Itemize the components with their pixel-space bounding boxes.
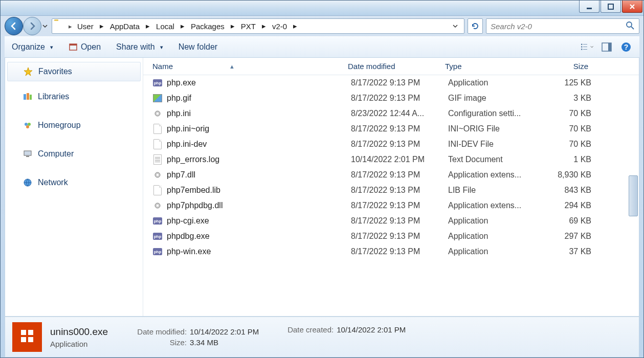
forward-arrow-icon xyxy=(28,21,37,31)
file-type-icon xyxy=(152,124,163,134)
svg-text:?: ? xyxy=(624,43,629,51)
file-row[interactable]: php7.dll8/17/2022 9:13 PMApplication ext… xyxy=(143,167,639,183)
file-row[interactable]: php.gif8/17/2022 9:13 PMGIF image3 KB xyxy=(143,91,639,106)
file-type: Application extens... xyxy=(448,201,540,210)
new-folder-button[interactable]: New folder xyxy=(179,42,217,52)
svg-point-2 xyxy=(627,22,632,27)
file-type-icon xyxy=(152,185,163,195)
file-name: php-win.exe xyxy=(167,247,351,256)
breadcrumb-segment[interactable]: Packages xyxy=(188,22,228,31)
file-row[interactable]: php7embed.lib8/17/2022 9:13 PMLIB File84… xyxy=(143,183,639,198)
svg-rect-15 xyxy=(24,94,26,100)
sidebar-label: Libraries xyxy=(38,92,69,101)
scrollbar-thumb[interactable] xyxy=(629,175,638,216)
svg-rect-5 xyxy=(581,44,582,45)
back-arrow-icon xyxy=(9,21,18,31)
details-filetype: Application xyxy=(50,340,108,348)
file-row[interactable]: phpphp-win.exe8/17/2022 9:13 PMApplicati… xyxy=(143,244,639,259)
file-row[interactable]: phpphpdbg.exe8/17/2022 9:13 PMApplicatio… xyxy=(143,229,639,244)
details-app-icon xyxy=(12,322,42,352)
file-type-icon xyxy=(152,108,163,119)
address-dropdown[interactable] xyxy=(449,22,462,30)
file-size: 69 KB xyxy=(540,216,596,226)
open-label: Open xyxy=(81,42,101,52)
history-dropdown[interactable] xyxy=(41,17,49,35)
details-main: unins000.exe Application xyxy=(50,326,108,348)
file-list[interactable]: phpphp.exe8/17/2022 9:13 PMApplication12… xyxy=(143,75,639,316)
breadcrumb-sep-icon[interactable]: ▸ xyxy=(66,23,74,30)
close-icon xyxy=(629,3,636,10)
file-row[interactable]: php.ini~orig8/17/2022 9:13 PMINI~ORIG Fi… xyxy=(143,121,639,137)
column-headers: Name▲ Date modified Type Size xyxy=(143,58,639,75)
chevron-down-icon xyxy=(590,45,593,49)
file-size: 125 KB xyxy=(540,78,596,87)
sidebar-item-homegroup[interactable]: Homegroup xyxy=(7,116,141,135)
sidebar-item-libraries[interactable]: Libraries xyxy=(7,87,141,106)
view-menu[interactable] xyxy=(581,41,593,53)
svg-point-25 xyxy=(157,113,159,115)
breadcrumb-sep-icon[interactable]: ▸ xyxy=(143,21,153,31)
star-icon xyxy=(23,66,33,77)
sidebar-item-favorites[interactable]: Favorites xyxy=(7,62,141,81)
svg-rect-7 xyxy=(581,46,582,47)
preview-pane-button[interactable] xyxy=(601,41,613,53)
file-type: Application xyxy=(448,247,540,256)
file-date: 8/17/2022 9:13 PM xyxy=(351,186,448,195)
file-name: php7.dll xyxy=(167,170,351,180)
column-size[interactable]: Size xyxy=(537,62,598,71)
search-box[interactable] xyxy=(486,18,639,34)
details-meta: Date modified:10/14/2022 2:01 PM Size:3.… xyxy=(120,327,259,347)
breadcrumb-segment[interactable]: User xyxy=(74,22,97,31)
svg-rect-21 xyxy=(24,151,31,155)
forward-button[interactable] xyxy=(23,17,41,35)
search-icon[interactable] xyxy=(626,21,635,32)
file-date: 8/17/2022 9:13 PM xyxy=(351,170,448,180)
file-row[interactable]: php.ini-dev8/17/2022 9:13 PMINI-DEV File… xyxy=(143,137,639,152)
sidebar-item-network[interactable]: Network xyxy=(7,173,141,192)
breadcrumb[interactable]: ▸ User▸ AppData▸ Local▸ Packages▸ PXT▸ v… xyxy=(52,18,464,34)
breadcrumb-sep-icon[interactable]: ▸ xyxy=(259,21,269,31)
organize-menu[interactable]: Organize xyxy=(12,42,53,52)
details-created-label: Date created: xyxy=(287,325,334,334)
breadcrumb-segment[interactable]: AppData xyxy=(107,22,143,31)
file-row[interactable]: php7phpdbg.dll8/17/2022 9:13 PMApplicati… xyxy=(143,198,639,213)
column-date[interactable]: Date modified xyxy=(348,62,445,71)
share-menu[interactable]: Share with xyxy=(116,42,163,52)
search-input[interactable] xyxy=(491,22,626,31)
breadcrumb-sep-icon[interactable]: ▸ xyxy=(228,21,238,31)
close-button[interactable] xyxy=(622,1,642,13)
details-modified-value: 10/14/2022 2:01 PM xyxy=(190,327,259,336)
breadcrumb-sep-icon[interactable]: ▸ xyxy=(177,21,188,31)
minimize-button[interactable] xyxy=(579,1,599,13)
file-date: 8/17/2022 9:13 PM xyxy=(351,232,448,241)
details-size-value: 3.34 MB xyxy=(190,338,218,347)
sidebar-item-computer[interactable]: Computer xyxy=(7,145,141,163)
column-type[interactable]: Type xyxy=(445,62,537,71)
help-button[interactable]: ? xyxy=(620,41,632,53)
refresh-icon xyxy=(471,22,479,30)
breadcrumb-segment[interactable]: PXT xyxy=(238,22,259,31)
file-row[interactable]: php_errors.log10/14/2022 2:01 PMText Doc… xyxy=(143,152,639,167)
file-type: Application extens... xyxy=(448,170,540,180)
back-button[interactable] xyxy=(5,17,23,35)
svg-rect-17 xyxy=(30,95,32,100)
window-controls xyxy=(578,1,643,13)
file-type-icon xyxy=(152,139,163,149)
column-name[interactable]: Name▲ xyxy=(143,62,348,71)
file-row[interactable]: php.ini8/23/2022 12:44 A...Configuration… xyxy=(143,106,639,121)
breadcrumb-sep-icon[interactable]: ▸ xyxy=(290,21,300,31)
breadcrumb-segment[interactable]: Local xyxy=(153,22,177,31)
refresh-button[interactable] xyxy=(468,18,483,34)
help-icon: ? xyxy=(621,42,631,52)
file-date: 8/17/2022 9:13 PM xyxy=(351,140,448,149)
maximize-button[interactable] xyxy=(601,1,621,13)
file-row[interactable]: phpphp-cgi.exe8/17/2022 9:13 PMApplicati… xyxy=(143,213,639,229)
file-size: 843 KB xyxy=(540,186,596,195)
open-button[interactable]: Open xyxy=(69,42,101,52)
svg-rect-1 xyxy=(608,4,613,9)
chevron-down-icon xyxy=(42,24,48,29)
nav-row: ▸ User▸ AppData▸ Local▸ Packages▸ PXT▸ v… xyxy=(1,16,643,36)
breadcrumb-sep-icon[interactable]: ▸ xyxy=(97,21,107,31)
breadcrumb-segment[interactable]: v2-0 xyxy=(269,22,290,31)
file-row[interactable]: phpphp.exe8/17/2022 9:13 PMApplication12… xyxy=(143,75,639,91)
